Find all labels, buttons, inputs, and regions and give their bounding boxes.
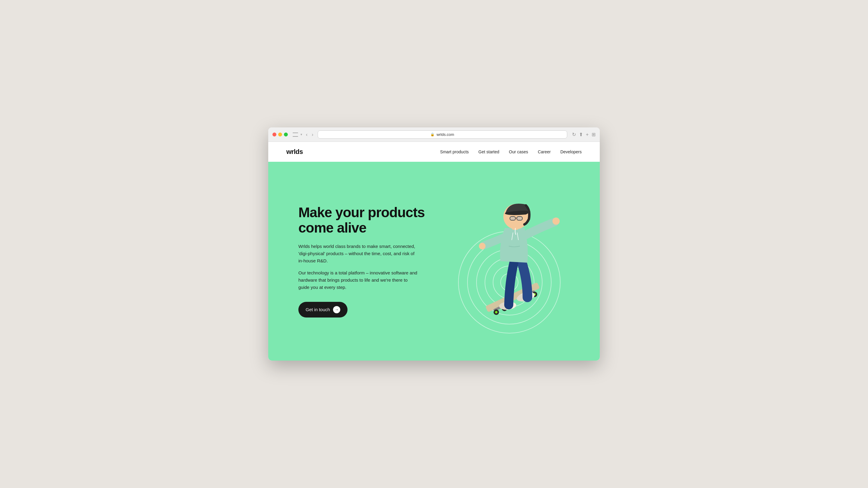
svg-rect-22 xyxy=(510,217,516,220)
address-bar[interactable]: 🔒 wrlds.com xyxy=(318,130,567,138)
svg-rect-23 xyxy=(517,217,522,220)
lock-icon: 🔒 xyxy=(430,133,435,136)
browser-actions: ↻ ⬆ + ⊞ xyxy=(572,132,595,137)
website-content: wrlds Smart products Get started Our cas… xyxy=(268,142,600,361)
url-text: wrlds.com xyxy=(436,132,454,137)
reload-button[interactable]: ↻ xyxy=(572,132,576,137)
cta-label: Get in touch xyxy=(306,307,330,312)
sidebar-toggle-icon[interactable] xyxy=(293,133,298,137)
nav-links: Smart products Get started Our cases Car… xyxy=(440,149,582,155)
hero-content: Make your products come alive Wrlds help… xyxy=(299,205,426,317)
browser-chrome: ▾ ‹ › 🔒 wrlds.com ↻ ⬆ + ⊞ xyxy=(268,127,600,142)
grid-button[interactable]: ⊞ xyxy=(592,132,595,137)
share-button[interactable]: ⬆ xyxy=(579,132,583,137)
new-tab-button[interactable]: + xyxy=(586,132,589,137)
nav-our-cases[interactable]: Our cases xyxy=(509,150,528,154)
hero-visual xyxy=(426,186,582,336)
nav-get-started[interactable]: Get started xyxy=(478,150,499,154)
hero-description-2: Our technology is a total platform – inn… xyxy=(299,269,419,291)
hero-title: Make your products come alive xyxy=(299,205,426,235)
hero-description-1: Wrlds helps world class brands to make s… xyxy=(299,243,419,264)
site-navigation: wrlds Smart products Get started Our cas… xyxy=(268,142,600,162)
nav-career[interactable]: Career xyxy=(538,150,551,154)
hero-section: Make your products come alive Wrlds help… xyxy=(268,162,600,361)
browser-controls: ▾ ‹ › xyxy=(293,131,315,138)
site-logo: wrlds xyxy=(286,148,303,156)
close-button[interactable] xyxy=(273,133,276,136)
nav-smart-products[interactable]: Smart products xyxy=(440,150,469,154)
svg-point-15 xyxy=(553,218,560,225)
nav-developers[interactable]: Developers xyxy=(560,150,582,154)
skateboarder-illustration xyxy=(461,189,576,339)
forward-button[interactable]: › xyxy=(310,131,314,138)
back-button[interactable]: ‹ xyxy=(305,131,309,138)
traffic-lights xyxy=(273,133,288,136)
browser-window: ▾ ‹ › 🔒 wrlds.com ↻ ⬆ + ⊞ wrlds Smart pr… xyxy=(268,127,600,361)
cta-arrow-icon: → xyxy=(333,306,340,313)
svg-point-16 xyxy=(479,243,486,250)
fullscreen-button[interactable] xyxy=(284,133,288,136)
minimize-button[interactable] xyxy=(278,133,282,136)
get-in-touch-button[interactable]: Get in touch → xyxy=(299,302,347,318)
